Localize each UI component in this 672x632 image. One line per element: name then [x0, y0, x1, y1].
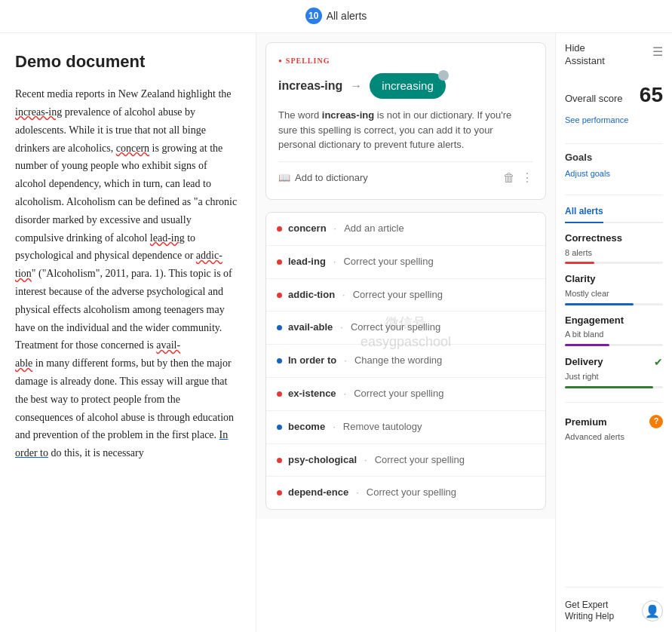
alert-word: lead-ing: [288, 254, 326, 270]
overall-score-value: 65: [640, 78, 663, 112]
alerts-wrapper: SPELLING increas-ing → increasing The wo…: [256, 33, 555, 632]
see-performance-link[interactable]: See performance: [565, 114, 663, 127]
alert-word: concern: [288, 221, 327, 237]
add-dict-label: Add to dictionary: [295, 172, 368, 183]
overall-score-row: Overall score 65: [565, 78, 663, 112]
premium-badge: ?: [649, 415, 663, 428]
top-bar: 10 All alerts: [0, 0, 672, 33]
correctness-sub: 8 alerts: [565, 247, 663, 260]
doc-title: Demo document: [15, 48, 241, 75]
divider: [565, 402, 663, 403]
premium-sub: Advanced alerts: [565, 431, 624, 444]
hide-label: HideAssistant: [565, 42, 605, 68]
alert-item[interactable]: ex-istence · Correct your spelling: [266, 378, 545, 411]
desc-bold: increas-ing: [322, 109, 374, 121]
hide-assistant-row: HideAssistant ☰: [565, 42, 663, 68]
alert-action: Correct your spelling: [354, 386, 443, 402]
hamburger-icon[interactable]: ☰: [652, 42, 663, 62]
alerts-panel: SPELLING increas-ing → increasing The wo…: [256, 33, 555, 519]
alert-action: Change the wording: [354, 353, 442, 369]
score-item-correctness: Correctness 8 alerts: [565, 231, 663, 264]
arrow-icon: →: [350, 76, 362, 96]
more-icon[interactable]: ⋮: [521, 168, 533, 188]
adjust-goals-link[interactable]: Adjust goals: [565, 167, 663, 181]
engagement-sub: A bit bland: [565, 328, 663, 342]
suggestion-pill[interactable]: increasing: [370, 73, 445, 99]
trash-icon[interactable]: 🗑: [503, 168, 515, 188]
alert-dot: [277, 293, 282, 298]
alert-action: Correct your spelling: [353, 287, 443, 303]
alert-item[interactable]: become · Remove tautology: [266, 411, 545, 444]
alert-action: Add an article: [344, 221, 404, 237]
engagement-bar-bg: [565, 344, 663, 346]
expert-label: Get ExpertWriting Help: [565, 600, 614, 623]
clarity-sub: Mostly clear: [565, 287, 663, 301]
delivery-title: Delivery: [565, 354, 603, 370]
alert-dot: [277, 458, 282, 463]
alert-action: Correct your spelling: [367, 485, 456, 501]
alert-item[interactable]: psy-chological · Correct your spelling: [266, 444, 545, 477]
word-available[interactable]: avail-able: [15, 339, 180, 369]
alert-action: Correct your spelling: [343, 254, 433, 270]
alert-word: avail-able: [288, 320, 333, 336]
badge-count: 10: [305, 8, 322, 24]
word-in-order-to[interactable]: In order to: [15, 429, 228, 459]
alert-word: addic-tion: [288, 287, 335, 303]
desc-part1: The word: [278, 109, 322, 121]
expert-person-icon[interactable]: 👤: [642, 600, 663, 621]
alert-item[interactable]: In order to · Change the wording: [266, 345, 545, 378]
alert-item[interactable]: lead-ing · Correct your spelling: [266, 246, 545, 279]
engagement-bar-fill: [565, 344, 609, 346]
goals-title: Goals: [565, 150, 663, 166]
clarity-header: Clarity: [565, 272, 663, 287]
alert-item[interactable]: avail-able · Correct your spelling: [266, 311, 545, 345]
tabs-row: All alerts: [565, 201, 663, 223]
score-panel: HideAssistant ☰ Overall score 65 See per…: [555, 33, 672, 632]
word-increasing[interactable]: increas-ing: [15, 106, 62, 118]
alert-item[interactable]: concern · Add an article: [266, 213, 545, 246]
alert-action: Remove tautology: [343, 419, 422, 435]
alert-list: concern · Add an article lead-ing · Corr…: [265, 212, 546, 510]
tab-all-alerts[interactable]: All alerts: [565, 201, 603, 223]
divider: [565, 195, 663, 195]
clarity-bar-fill: [565, 303, 634, 305]
alert-word: become: [288, 419, 325, 435]
doc-body: Recent media reports in New Zealand high…: [15, 85, 241, 462]
main-content: Demo document Recent media reports in Ne…: [0, 33, 672, 632]
alert-action: Correct your spelling: [351, 320, 440, 336]
expert-row: Get ExpertWriting Help 👤: [565, 587, 663, 623]
alert-dot: [277, 226, 282, 232]
alert-dot: [277, 391, 282, 397]
spelling-description: The word increas-ing is not in our dicti…: [278, 108, 533, 152]
word-concern[interactable]: concern: [116, 143, 149, 154]
clarity-bar-bg: [565, 303, 663, 305]
alert-word: In order to: [288, 353, 336, 369]
alert-action: Correct your spelling: [375, 453, 465, 468]
spelling-card: SPELLING increas-ing → increasing The wo…: [265, 42, 546, 200]
correctness-bar-fill: [565, 262, 594, 264]
word-leading[interactable]: lead-ing: [150, 232, 185, 244]
book-icon: 📖: [278, 172, 290, 183]
add-to-dict-button[interactable]: 📖 Add to dictionary: [278, 172, 368, 183]
dict-icons: 🗑 ⋮: [503, 168, 533, 188]
premium-title: Premium: [565, 415, 624, 431]
badge-label: All alerts: [327, 8, 367, 24]
correctness-bar-bg: [565, 262, 663, 264]
word-addiction[interactable]: addic-tion: [15, 250, 222, 279]
engagement-header: Engagement: [565, 313, 663, 329]
alert-item[interactable]: addic-tion · Correct your spelling: [266, 279, 545, 312]
delivery-bar-bg: [565, 386, 663, 388]
delivery-bar-fill: [565, 386, 653, 388]
alert-word: depend-ence: [288, 485, 348, 501]
premium-row: Premium Advanced alerts ?: [565, 415, 663, 443]
app-container: 10 All alerts Demo document Recent media…: [0, 0, 672, 632]
document-panel: Demo document Recent media reports in Ne…: [0, 33, 256, 632]
spelling-arrow-row: increas-ing → increasing: [278, 73, 533, 99]
delivery-header: Delivery ✔: [565, 354, 663, 370]
alert-dot: [277, 425, 282, 430]
delivery-sub: Just right: [565, 370, 663, 384]
alerts-badge[interactable]: 10 All alerts: [305, 8, 367, 24]
alert-word: psy-chological: [288, 453, 357, 468]
alert-item[interactable]: depend-ence · Correct your spelling: [266, 477, 545, 509]
spelling-original: increas-ing: [278, 76, 342, 96]
